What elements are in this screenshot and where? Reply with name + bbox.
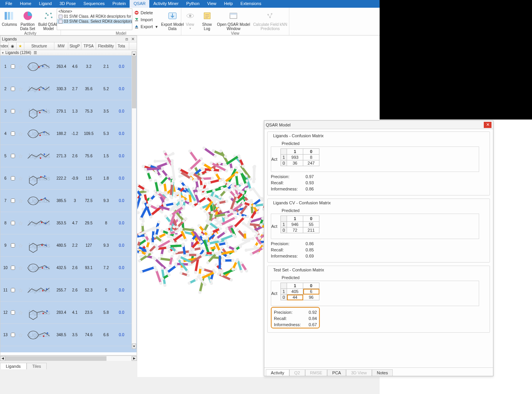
favorite-star-icon[interactable]: ☆ — [17, 212, 24, 234]
favorite-star-icon[interactable]: ☆ — [17, 279, 24, 301]
cell-checkbox[interactable] — [9, 123, 17, 145]
cell-structure[interactable]: Ligands — [24, 279, 54, 301]
vertical-scrollbar[interactable]: ▲ ▼ — [132, 51, 136, 349]
cell-structure[interactable]: Ligands — [24, 167, 54, 189]
dialog-tab-notes[interactable]: Notes — [372, 369, 393, 376]
cell-checkbox[interactable] — [9, 100, 17, 122]
table-row[interactable]: 2☆Ligands330.32.735.65.20.0 — [0, 78, 137, 100]
table-row[interactable]: 1☆Ligands263.44.63.22.10.0 — [0, 56, 137, 78]
cell-checkbox[interactable] — [9, 56, 17, 77]
favorite-star-icon[interactable]: ☆ — [17, 145, 24, 167]
table-row[interactable]: 10☆Ligands432.52.693.17.20.0 — [0, 257, 137, 279]
favorite-star-icon[interactable]: ☆ — [17, 78, 24, 100]
col-index[interactable]: ndex△ — [0, 42, 9, 50]
model-list-item[interactable]: 01 SVM Class. All RDKit descriptors for … — [57, 14, 132, 19]
model-list[interactable]: <None>01 SVM Class. All RDKit descriptor… — [57, 8, 132, 30]
show-log-button[interactable]: Show Log — [199, 8, 216, 32]
cell-structure[interactable]: Ligands — [24, 100, 54, 122]
favorite-star-icon[interactable]: ☆ — [17, 123, 24, 145]
cell-structure[interactable]: Ligands — [24, 190, 54, 212]
cell-checkbox[interactable] — [9, 257, 17, 279]
cell-structure[interactable]: Ligands — [24, 301, 54, 323]
menu-home[interactable]: Home — [16, 0, 35, 8]
table-row[interactable]: 12☆Ligands283.44.123.55.80.0 — [0, 301, 137, 324]
view-button[interactable]: View▾ — [182, 8, 199, 31]
sheet-tab-tiles[interactable]: Tiles — [27, 363, 47, 369]
col-tpsa[interactable]: TPSA — [81, 42, 96, 50]
table-row[interactable]: 3☆Ligands279.11.375.33.50.0 — [0, 100, 137, 123]
cell-checkbox[interactable] — [9, 190, 17, 212]
table-row[interactable]: 6☆Ligands222.2-0.91151.80.0 — [0, 167, 137, 190]
table-row[interactable]: 5☆Ligands271.32.675.61.50.0 — [0, 145, 137, 167]
favorite-star-icon[interactable]: ☆ — [17, 301, 24, 323]
cell-structure[interactable]: Ligands — [24, 324, 54, 346]
menu-extensions[interactable]: Extensions — [236, 0, 265, 8]
dialog-tab-activity[interactable]: Activity — [266, 369, 289, 376]
open-qsar-window-button[interactable]: Open QSAR Model Window — [216, 8, 252, 32]
favorite-star-icon[interactable]: ☆ — [17, 324, 24, 346]
export-model-button[interactable]: Export ▾ — [134, 23, 158, 30]
delete-model-button[interactable]: Delete — [134, 9, 158, 16]
favorite-star-icon[interactable]: ☆ — [17, 257, 24, 279]
cell-checkbox[interactable] — [9, 145, 17, 167]
table-row[interactable]: 4☆Ligands188.2-1.2109.55.30.0 — [0, 123, 137, 145]
panel-pin-icon[interactable]: ⧈ — [124, 37, 129, 41]
table-row[interactable]: 11☆Ligands255.72.652.350.0 — [0, 279, 137, 301]
favorite-star-icon[interactable]: ☆ — [17, 234, 24, 256]
cell-structure[interactable]: Ligands — [24, 145, 54, 167]
col-structure[interactable]: Structure — [24, 42, 54, 50]
scroll-left-icon[interactable]: ◀ — [0, 356, 5, 361]
cell-structure[interactable]: Ligands — [24, 123, 54, 145]
menu-3d-pose[interactable]: 3D Pose — [56, 0, 79, 8]
scroll-up-icon[interactable]: ▲ — [132, 51, 136, 57]
col-checkbox[interactable]: ◉ — [9, 42, 17, 50]
cell-structure[interactable]: Ligands — [24, 78, 54, 100]
scroll-down-icon[interactable]: ▼ — [132, 343, 136, 349]
group-menu-icon[interactable]: ☰ — [34, 51, 37, 55]
horizontal-scrollbar[interactable]: ◀ ▶ — [0, 355, 137, 361]
menu-python[interactable]: Python — [182, 0, 203, 8]
cell-structure[interactable]: Ligands — [24, 234, 54, 256]
menu-qsar[interactable]: QSAR — [130, 0, 149, 8]
menu-file[interactable]: File — [2, 0, 16, 8]
col-slogp[interactable]: SlogP — [68, 42, 81, 50]
panel-close-icon[interactable]: ✕ — [130, 37, 135, 41]
columns-button[interactable]: Columns — [0, 8, 19, 28]
menu-protein[interactable]: Protein — [108, 0, 130, 8]
cell-checkbox[interactable] — [9, 167, 17, 189]
cell-checkbox[interactable] — [9, 301, 17, 323]
table-row[interactable]: 7☆Ligands385.5372.59.30.0 — [0, 190, 137, 212]
model-list-item[interactable]: <None> — [57, 9, 132, 14]
table-row[interactable]: 8☆Ligands353.54.729.580.0 — [0, 212, 137, 234]
partition-button[interactable]: Partition Data Set — [19, 8, 37, 32]
collapse-icon[interactable]: ▾ — [2, 51, 4, 55]
cell-structure[interactable]: Ligands — [24, 56, 54, 77]
menu-ligand[interactable]: Ligand — [35, 0, 56, 8]
table-row[interactable]: 13☆Ligands348.53.574.66.60.0 — [0, 324, 137, 346]
table-row[interactable]: 9☆Ligands480.52.21279.30.0 — [0, 234, 137, 257]
import-model-button[interactable]: Import — [134, 16, 158, 23]
favorite-star-icon[interactable]: ☆ — [17, 167, 24, 189]
scroll-thumb[interactable] — [132, 57, 136, 108]
favorite-star-icon[interactable]: ☆ — [17, 190, 24, 212]
favorite-star-icon[interactable]: ☆ — [17, 56, 24, 77]
favorite-star-icon[interactable]: ☆ — [17, 100, 24, 122]
menu-sequences[interactable]: Sequences — [79, 0, 108, 8]
col-star[interactable]: ★ — [17, 42, 24, 50]
scroll-right-icon[interactable]: ▶ — [132, 356, 137, 361]
cell-checkbox[interactable] — [9, 234, 17, 256]
sheet-tab-ligands[interactable]: Ligands — [0, 363, 27, 369]
cell-checkbox[interactable] — [9, 78, 17, 100]
cell-checkbox[interactable] — [9, 212, 17, 234]
cell-structure[interactable]: Ligands — [24, 257, 54, 279]
col-total[interactable]: Tota — [116, 42, 129, 50]
menu-help[interactable]: Help — [220, 0, 237, 8]
menu-activity-miner[interactable]: Activity Miner — [149, 0, 182, 8]
col-mw[interactable]: MW — [54, 42, 68, 50]
model-list-item[interactable]: 03 SVM Class. Select RDKit descriptors f… — [57, 19, 132, 24]
cell-checkbox[interactable] — [9, 279, 17, 301]
col-flexibility[interactable]: Flexibility — [96, 42, 116, 50]
dialog-tab-pca[interactable]: PCA — [327, 369, 346, 376]
group-row[interactable]: ▾ Ligands (1284) ☰ — [0, 50, 137, 56]
cell-structure[interactable]: Ligands — [24, 212, 54, 234]
